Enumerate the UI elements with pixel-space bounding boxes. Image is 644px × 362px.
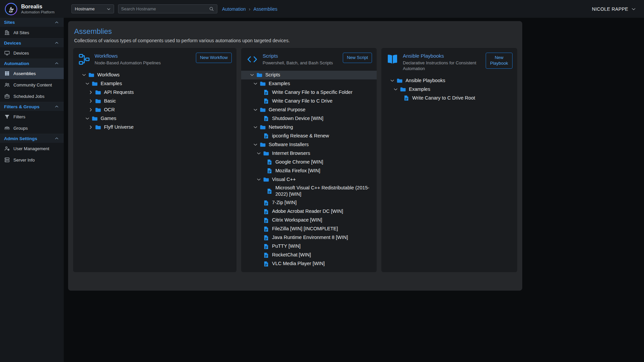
tree-item-software-installers[interactable]: Software Installers xyxy=(241,140,377,149)
workflow-icon xyxy=(78,53,91,66)
sidebar-item-server-info[interactable]: Server Info xyxy=(0,154,64,166)
chevron-up-icon[interactable] xyxy=(54,104,59,109)
tree-item-flyff-universe[interactable]: Flyff Universe xyxy=(73,123,236,132)
tree-item-label: Write Canary File to a Specific Folder xyxy=(272,88,353,97)
sidebar-section-devices[interactable]: Devices xyxy=(0,38,64,47)
tree-item-shutdown-device-win[interactable]: Shutdown Device [WIN] xyxy=(241,114,377,123)
new-script-button[interactable]: New Script xyxy=(343,53,372,63)
assemblies-panel: Assemblies Collections of various types … xyxy=(68,21,522,291)
file-icon xyxy=(263,208,270,215)
search-icon[interactable] xyxy=(209,6,214,12)
chevron-down-icon[interactable] xyxy=(249,72,255,78)
brand[interactable]: Borealis Automation Platform xyxy=(0,2,71,16)
tree-item-google-chrome-win[interactable]: Google Chrome [WIN] xyxy=(241,158,377,167)
tree-item-games[interactable]: Games xyxy=(73,114,236,123)
tree-item-vlc-media-player-win[interactable]: VLC Media Player [WIN] xyxy=(241,259,377,268)
tree-item-write-canary-file-to-c-drive[interactable]: Write Canary File to C Drive xyxy=(241,97,377,106)
tree-item-basic[interactable]: Basic xyxy=(73,97,236,106)
chevron-right-icon[interactable] xyxy=(87,124,94,130)
chevron-down-icon[interactable] xyxy=(252,81,259,87)
tree-item-adobe-acrobat-reader-dc-win[interactable]: Adobe Acrobat Reader DC [WIN] xyxy=(241,207,377,216)
tree-item-label: Scripts xyxy=(265,71,280,79)
chevron-down-icon[interactable] xyxy=(252,142,259,148)
file-icon xyxy=(263,260,270,267)
chevron-up-icon[interactable] xyxy=(54,40,59,46)
tree-item-7-zip-win[interactable]: 7-Zip [WIN] xyxy=(241,198,377,207)
sidebar-item-devices[interactable]: Devices xyxy=(0,47,64,59)
sidebar-item-assemblies[interactable]: Assemblies xyxy=(0,68,64,79)
breadcrumb-automation[interactable]: Automation xyxy=(222,6,246,12)
tree-item-ocr[interactable]: OCR xyxy=(73,106,236,114)
tree-item-write-canary-file-to-a-specific-folder[interactable]: Write Canary File to a Specific Folder xyxy=(241,88,377,97)
chevron-up-icon[interactable] xyxy=(54,61,59,66)
breadcrumb-assemblies[interactable]: Assemblies xyxy=(254,6,278,12)
chevron-up-icon[interactable] xyxy=(54,20,59,25)
sidebar-item-label: Server Info xyxy=(13,158,35,163)
tree-item-examples[interactable]: Examples xyxy=(241,79,377,88)
new-playbook-button[interactable]: New Playbook xyxy=(486,53,513,69)
chevron-right-icon[interactable] xyxy=(87,98,94,104)
chevron-down-icon[interactable] xyxy=(255,177,262,183)
sidebar-item-filters[interactable]: Filters xyxy=(0,111,64,122)
tree-item-label: Workflows xyxy=(97,71,120,79)
user-menu[interactable]: NICOLE RAPPE xyxy=(592,6,637,12)
chevron-right-icon[interactable] xyxy=(87,107,94,113)
tree-item-examples[interactable]: Examples xyxy=(381,85,517,94)
tree-item-microsoft-visual-c-redistributable-2015-2022-win[interactable]: Microsoft Visual C++ Redistributable (20… xyxy=(241,184,377,198)
sidebar-item-scheduled-jobs[interactable]: Scheduled Jobs xyxy=(0,90,64,102)
chevron-down-icon[interactable] xyxy=(252,124,259,130)
tree-item-write-canary-to-c-drive-root[interactable]: Write Canary to C Drive Root xyxy=(381,94,517,103)
chevron-down-icon[interactable] xyxy=(389,78,395,84)
chevron-down-icon[interactable] xyxy=(84,81,91,87)
tree-item-putty-win[interactable]: PuTTY [WIN] xyxy=(241,242,377,251)
sidebar-section-sites[interactable]: Sites xyxy=(0,18,64,27)
chevron-down-icon[interactable] xyxy=(84,116,91,122)
search-input[interactable] xyxy=(121,6,209,11)
new-workflow-button[interactable]: New Workflow xyxy=(196,53,232,63)
tree-item-rocketchat-win[interactable]: RocketChat [WIN] xyxy=(241,251,377,259)
tree-item-mozilla-firefox-win[interactable]: Mozilla Firefox [WIN] xyxy=(241,167,377,175)
tree-item-scripts[interactable]: Scripts xyxy=(241,71,377,79)
chevron-down-icon[interactable] xyxy=(255,150,262,157)
tree-item-networking[interactable]: Networking xyxy=(241,123,377,132)
tree-item-java-runtime-environment-8-win[interactable]: Java Runtime Environment 8 [WIN] xyxy=(241,233,377,242)
folder-icon xyxy=(259,80,266,87)
folder-icon xyxy=(95,106,102,113)
tree-item-label: Basic xyxy=(104,97,116,105)
chevron-up-icon[interactable] xyxy=(54,136,59,141)
tree-item-internet-browsers[interactable]: Internet Browsers xyxy=(241,149,377,158)
tree-item-filezilla-win-incomplete[interactable]: FileZilla [WIN] [INCOMPLETE] xyxy=(241,225,377,233)
tree-item-visual-c[interactable]: Visual C++ xyxy=(241,175,377,184)
sidebar-item-all-sites[interactable]: All Sites xyxy=(0,27,64,38)
sidebar-section-admin-settings[interactable]: Admin Settings xyxy=(0,134,64,143)
file-icon xyxy=(263,98,270,105)
tree-indent-spacer xyxy=(259,159,265,165)
sidebar-item-community-content[interactable]: Community Content xyxy=(0,79,64,90)
scripts-card: Scripts Powershell, Batch, and Bash Scri… xyxy=(241,48,377,272)
sidebar-item-groups[interactable]: Groups xyxy=(0,122,64,134)
sidebar-section-filters-groups[interactable]: Filters & Groups xyxy=(0,102,64,111)
server-icon xyxy=(4,157,10,163)
hostname-select[interactable]: Hostname xyxy=(71,4,114,13)
sidebar-item-label: User Management xyxy=(13,146,49,151)
chevron-down-icon[interactable] xyxy=(392,86,399,93)
ansible-card-subtitle: Declarative Instructions for Consistent … xyxy=(403,60,479,72)
sidebar-item-user-management[interactable]: User Management xyxy=(0,143,64,154)
tree-item-api-requests[interactable]: API Requests xyxy=(73,88,236,97)
file-icon xyxy=(263,252,270,259)
file-icon xyxy=(266,159,273,166)
chevron-down-icon[interactable] xyxy=(80,72,87,78)
chevron-right-icon[interactable] xyxy=(87,89,94,96)
tree-item-examples[interactable]: Examples xyxy=(73,79,236,88)
tree-item-label: Shutdown Device [WIN] xyxy=(272,115,323,123)
chevron-down-icon[interactable] xyxy=(252,107,259,113)
tree-item-citrix-workspace-win[interactable]: Citrix Workspace [WIN] xyxy=(241,216,377,225)
tree-item-ansible-playbooks[interactable]: Ansible Playbooks xyxy=(381,76,517,85)
workflows-card-subtitle: Node-Based Automation Pipelines xyxy=(95,60,189,66)
tree-item-general-purpose[interactable]: General Purpose xyxy=(241,106,377,114)
tree-item-workflows[interactable]: Workflows xyxy=(73,71,236,79)
sidebar-item-label: Assemblies xyxy=(13,71,36,76)
tree-item-ipconfig-release-renew[interactable]: ipconfig Release & Renew xyxy=(241,132,377,140)
workflows-tree: WorkflowsExamplesAPI RequestsBasicOCRGam… xyxy=(73,69,236,272)
sidebar-section-automation[interactable]: Automation xyxy=(0,59,64,68)
